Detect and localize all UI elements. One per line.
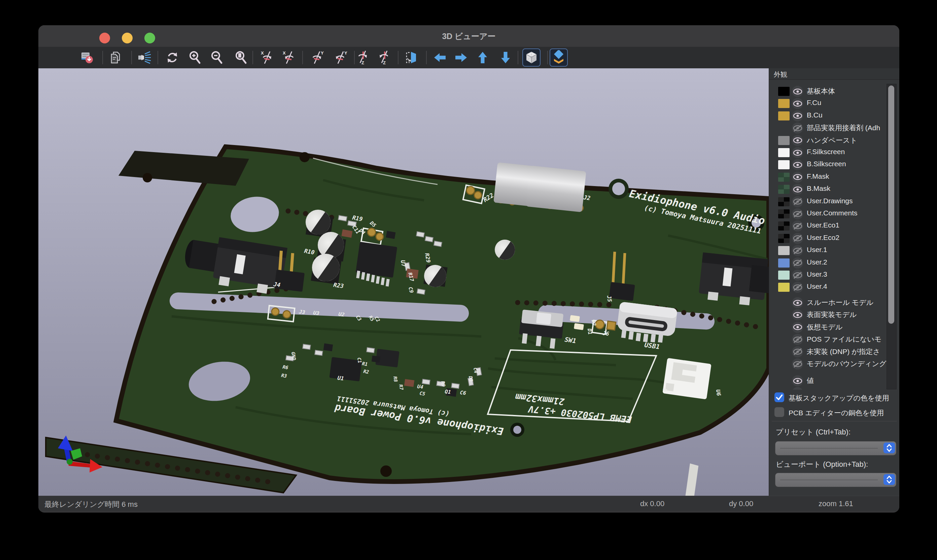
layer-color-swatch[interactable] [778, 160, 789, 169]
layer-row[interactable]: User.Comments [769, 208, 899, 219]
visibility-eye-icon[interactable] [792, 135, 803, 146]
visibility-eye-off-icon[interactable] [792, 208, 803, 219]
visibility-eye-icon[interactable] [792, 159, 803, 170]
visibility-eye-off-icon[interactable] [792, 257, 803, 269]
layer-row[interactable]: F.Mask [769, 171, 899, 183]
visibility-eye-icon[interactable] [792, 172, 803, 183]
checkbox-icon[interactable] [774, 392, 784, 402]
layer-row[interactable]: 部品実装用接着剤 (Adh [769, 122, 899, 134]
rotate-y-ccw-icon[interactable]: Y [333, 49, 350, 66]
checkbox-pcb-editor-copper[interactable]: PCB エディターの銅色を使用 [774, 407, 895, 418]
layer-row[interactable]: 仮想モデル [769, 322, 899, 333]
layer-row[interactable]: B.Cu [769, 110, 899, 122]
layer-row[interactable]: User.Eco2 [769, 232, 899, 244]
appearance-panel-icon[interactable] [550, 49, 567, 66]
layer-row[interactable]: POS ファイルにないモ [769, 334, 899, 345]
layer-color-swatch[interactable] [778, 197, 789, 206]
layer-color-swatch[interactable] [778, 234, 789, 243]
layer-row[interactable]: User.Drawings [769, 196, 899, 207]
layer-color-swatch[interactable] [778, 258, 789, 268]
refresh-view-icon[interactable] [164, 49, 181, 66]
flip-board-icon[interactable] [403, 49, 419, 66]
pan-up-icon[interactable] [474, 49, 491, 66]
layer-row[interactable]: モデルのバウンディング [769, 358, 899, 369]
layer-color-swatch[interactable] [778, 111, 789, 120]
copy-image-icon[interactable] [108, 49, 125, 66]
zoom-in-icon[interactable] [186, 49, 203, 66]
titlebar[interactable]: 3D ビューアー [38, 25, 899, 47]
pan-right-icon[interactable] [453, 49, 469, 66]
visibility-eye-icon[interactable] [792, 86, 803, 97]
layer-color-swatch[interactable] [778, 87, 789, 96]
layer-color-swatch[interactable] [778, 222, 789, 231]
layer-row[interactable]: User.3 [769, 269, 899, 281]
layer-row[interactable]: User.1 [769, 245, 899, 256]
reload-board-icon[interactable] [79, 49, 95, 66]
layer-row[interactable]: B.Silkscreen [769, 159, 899, 170]
viewport-select[interactable] [775, 473, 896, 487]
visibility-eye-icon[interactable] [792, 184, 803, 195]
layer-row[interactable]: 基板本体 [769, 86, 899, 97]
visibility-eye-off-icon[interactable] [792, 220, 803, 232]
layer-color-swatch[interactable] [778, 148, 789, 157]
rotate-y-cw-icon[interactable]: Y [309, 49, 326, 66]
render-options-icon[interactable] [136, 49, 153, 66]
visibility-eye-off-icon[interactable] [792, 334, 803, 345]
orthographic-projection-icon[interactable] [523, 49, 540, 66]
viewport-3d-canvas[interactable]: R22J2R19C11D4D5R10R23R29U7R17C9J4J5J3U3U… [38, 68, 769, 496]
visibility-eye-icon[interactable] [792, 387, 803, 390]
layer-row[interactable]: 表面実装モデル [769, 309, 899, 320]
visibility-eye-off-icon[interactable] [792, 282, 803, 293]
layer-row[interactable]: User.4 [769, 282, 899, 293]
visibility-eye-off-icon[interactable] [792, 346, 803, 357]
layer-row[interactable]: F.Silkscreen [769, 147, 899, 158]
visibility-eye-icon[interactable] [792, 309, 803, 320]
layer-color-swatch[interactable] [778, 99, 789, 108]
visibility-eye-off-icon[interactable] [792, 196, 803, 207]
layer-row[interactable]: 値 [769, 375, 899, 386]
visibility-eye-icon[interactable] [792, 98, 803, 109]
visibility-eye-icon[interactable] [792, 147, 803, 158]
layer-color-swatch[interactable] [778, 209, 789, 218]
visibility-eye-off-icon[interactable] [792, 269, 803, 281]
silkscreen-label: U4 [417, 383, 423, 390]
visibility-eye-off-icon[interactable] [792, 358, 803, 369]
silkscreen-label: C1 [357, 357, 363, 363]
layer-row[interactable]: F.Cu [769, 98, 899, 109]
layer-row[interactable]: ハンダペースト [769, 135, 899, 146]
zoom-out-icon[interactable] [208, 49, 225, 66]
pan-left-icon[interactable] [431, 49, 448, 66]
zoom-fit-icon[interactable] [232, 49, 249, 66]
checkbox-board-stackup-colors[interactable]: 基板スタックアップの色を使用 [774, 392, 895, 403]
visibility-eye-icon[interactable] [792, 375, 803, 386]
visibility-eye-off-icon[interactable] [792, 245, 803, 256]
layer-color-swatch[interactable] [778, 173, 789, 182]
visibility-eye-icon[interactable] [792, 111, 803, 122]
visibility-eye-off-icon[interactable] [792, 123, 803, 134]
select-stepper-icon[interactable] [883, 443, 895, 453]
visibility-eye-off-icon[interactable] [792, 233, 803, 244]
layer-color-swatch[interactable] [778, 185, 789, 194]
appearance-list[interactable]: 基板本体F.CuB.Cu部品実装用接着剤 (AdhハンダペーストF.Silksc… [769, 80, 899, 390]
visibility-eye-icon[interactable] [792, 322, 803, 333]
layer-color-swatch[interactable] [778, 283, 789, 292]
rotate-z-ccw-icon[interactable]: Z [376, 49, 393, 66]
select-stepper-icon[interactable] [883, 474, 895, 485]
layer-color-swatch[interactable] [778, 136, 789, 145]
layer-row[interactable] [769, 387, 899, 390]
silkscreen-label: R9 [440, 381, 446, 387]
layer-row[interactable]: B.Mask [769, 183, 899, 195]
visibility-eye-icon[interactable] [792, 297, 803, 308]
layer-color-swatch[interactable] [778, 246, 789, 255]
rotate-x-ccw-icon[interactable]: X [281, 49, 297, 66]
preset-select[interactable] [775, 441, 896, 455]
checkbox-icon[interactable] [774, 407, 784, 417]
layer-color-swatch[interactable] [778, 271, 789, 280]
layer-row[interactable]: User.2 [769, 257, 899, 269]
pan-down-icon[interactable] [497, 49, 514, 66]
layer-row[interactable]: 未実装 (DNP) が指定さ [769, 346, 899, 357]
rotate-z-cw-icon[interactable]: Z [355, 49, 372, 66]
layer-row[interactable]: スルーホール モデル [769, 297, 899, 308]
rotate-x-cw-icon[interactable]: X [259, 49, 275, 66]
layer-row[interactable]: User.Eco1 [769, 220, 899, 232]
